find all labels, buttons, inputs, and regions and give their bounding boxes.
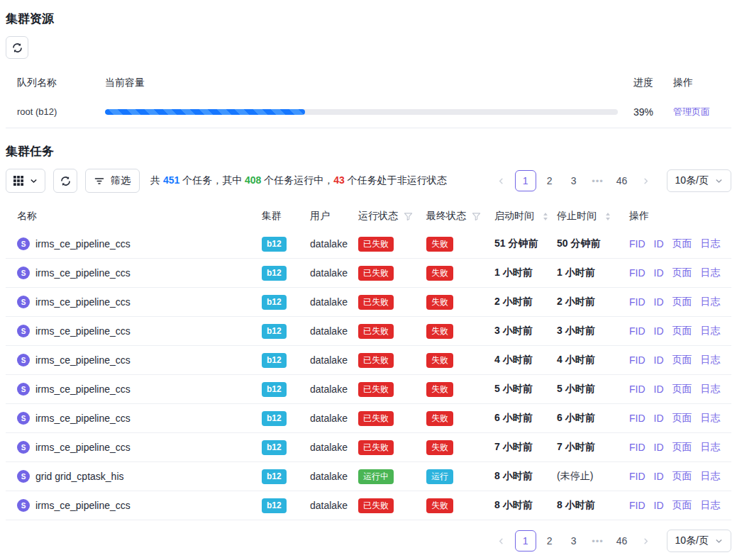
page-link[interactable]: 页面	[672, 325, 692, 337]
id-link[interactable]: ID	[654, 354, 664, 366]
page-button-2[interactable]: 2	[539, 530, 560, 551]
chevron-left-icon	[497, 177, 505, 185]
id-link[interactable]: ID	[654, 442, 664, 453]
id-link[interactable]: ID	[654, 500, 664, 511]
final-status-badge: 失败	[426, 237, 453, 252]
final-status-badge: 失败	[426, 411, 453, 426]
task-type-avatar: S	[17, 267, 30, 279]
layout-button[interactable]	[6, 169, 45, 193]
log-link[interactable]: 日志	[701, 296, 721, 308]
tasks-refresh-button[interactable]	[53, 169, 77, 193]
stop-time: 3 小时前	[551, 325, 624, 337]
table-row: S irms_ce_pipeline_ccs b12 datalake 已失败 …	[6, 288, 731, 317]
fid-link[interactable]: FID	[629, 383, 645, 395]
page-link[interactable]: 页面	[672, 499, 692, 512]
task-type-avatar: S	[17, 237, 30, 250]
page-link[interactable]: 页面	[672, 441, 692, 454]
table-row: S irms_ce_pipeline_ccs b12 datalake 已失败 …	[6, 404, 731, 433]
task-name: irms_ce_pipeline_ccs	[35, 325, 131, 337]
page-link[interactable]: 页面	[672, 267, 692, 279]
task-type-avatar: S	[17, 354, 30, 366]
progress-fill	[105, 109, 305, 115]
id-link[interactable]: ID	[654, 325, 664, 337]
page-button-1[interactable]: 1	[515, 170, 536, 191]
user-cell: datalake	[304, 296, 353, 308]
funnel-filter-icon[interactable]	[472, 212, 481, 221]
log-link[interactable]: 日志	[701, 470, 721, 483]
log-link[interactable]: 日志	[701, 383, 721, 396]
id-link[interactable]: ID	[654, 383, 664, 395]
user-cell: datalake	[304, 471, 353, 482]
pagination-ellipsis[interactable]: •••	[587, 170, 609, 191]
page-size-select[interactable]: 10条/页	[667, 169, 731, 192]
id-link[interactable]: ID	[654, 296, 664, 308]
fid-link[interactable]: FID	[629, 413, 645, 424]
page-link[interactable]: 页面	[672, 237, 692, 250]
task-summary: 共 451 个任务，其中 408 个任务运行中，43 个任务处于非运行状态	[150, 174, 447, 187]
table-row: S irms_ce_pipeline_ccs b12 datalake 已失败 …	[6, 259, 731, 288]
start-time: 7 小时前	[489, 441, 551, 454]
chevron-right-icon	[642, 177, 650, 185]
tasks-toolbar: 筛选 共 451 个任务，其中 408 个任务运行中，43 个任务处于非运行状态…	[6, 169, 731, 193]
log-link[interactable]: 日志	[701, 237, 721, 250]
stop-time: 6 小时前	[551, 412, 624, 425]
page-size-value: 10条/页	[675, 174, 709, 187]
summary-text: 个任务处于非运行状态	[345, 174, 447, 186]
log-link[interactable]: 日志	[701, 325, 721, 337]
page-button-46[interactable]: 46	[611, 530, 633, 551]
manage-page-link[interactable]: 管理页面	[673, 106, 710, 117]
next-page-button[interactable]	[636, 530, 657, 551]
sort-icon[interactable]	[543, 212, 548, 221]
resources-section: 集群资源 队列名称 当前容量 进度 操作 root (b12)	[6, 11, 731, 128]
page-link[interactable]: 页面	[672, 470, 692, 483]
prev-page-button[interactable]	[491, 170, 512, 191]
run-status-badge: 已失败	[358, 237, 394, 252]
page-button-1[interactable]: 1	[515, 530, 536, 551]
filter-button-label: 筛选	[111, 174, 131, 187]
log-link[interactable]: 日志	[701, 354, 721, 366]
fid-link[interactable]: FID	[629, 500, 645, 511]
fid-link[interactable]: FID	[629, 296, 645, 308]
fid-link[interactable]: FID	[629, 267, 645, 279]
filter-button[interactable]: 筛选	[85, 169, 140, 193]
stop-time: 7 小时前	[551, 441, 624, 454]
page-link[interactable]: 页面	[672, 383, 692, 396]
refresh-icon	[60, 176, 71, 186]
page-link[interactable]: 页面	[672, 296, 692, 308]
chevron-down-icon	[715, 537, 723, 545]
fid-link[interactable]: FID	[629, 325, 645, 337]
fid-link[interactable]: FID	[629, 238, 645, 250]
fid-link[interactable]: FID	[629, 471, 645, 482]
prev-page-button[interactable]	[491, 530, 512, 551]
funnel-filter-icon[interactable]	[404, 212, 413, 221]
task-type-avatar: S	[17, 499, 30, 512]
cluster-badge: b12	[262, 295, 287, 310]
id-link[interactable]: ID	[654, 267, 664, 279]
col-run-status: 运行状态	[358, 210, 398, 223]
sort-icon[interactable]	[605, 212, 611, 221]
page-button-3[interactable]: 3	[563, 170, 584, 191]
log-link[interactable]: 日志	[701, 267, 721, 279]
cluster-badge: b12	[262, 440, 287, 455]
page-button-2[interactable]: 2	[539, 170, 560, 191]
fid-link[interactable]: FID	[629, 354, 645, 366]
log-link[interactable]: 日志	[701, 499, 721, 512]
row-actions: FID ID 页面 日志	[624, 499, 731, 512]
resources-refresh-button[interactable]	[6, 36, 28, 59]
page-size-value: 10条/页	[675, 534, 709, 547]
id-link[interactable]: ID	[654, 413, 664, 424]
id-link[interactable]: ID	[654, 238, 664, 250]
page-link[interactable]: 页面	[672, 412, 692, 425]
page-size-select[interactable]: 10条/页	[667, 530, 731, 552]
run-status-badge: 已失败	[358, 382, 394, 397]
fid-link[interactable]: FID	[629, 442, 645, 453]
pagination-ellipsis[interactable]: •••	[587, 530, 609, 551]
page-button-3[interactable]: 3	[563, 530, 584, 551]
log-link[interactable]: 日志	[701, 441, 721, 454]
id-link[interactable]: ID	[654, 471, 664, 482]
row-actions: FID ID 页面 日志	[624, 296, 731, 308]
next-page-button[interactable]	[636, 170, 657, 191]
page-button-46[interactable]: 46	[611, 170, 633, 191]
page-link[interactable]: 页面	[672, 354, 692, 366]
log-link[interactable]: 日志	[701, 412, 721, 425]
